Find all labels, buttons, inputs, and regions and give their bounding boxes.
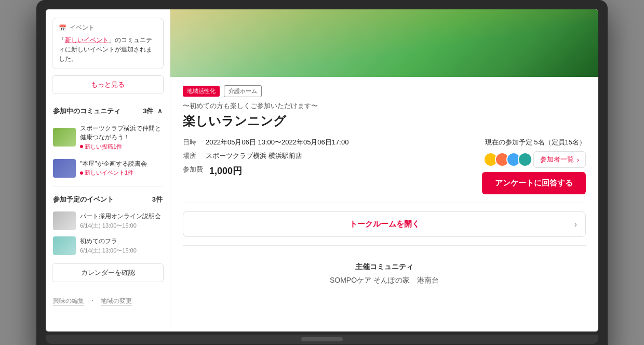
event-item-1[interactable]: パート採用オンライン説明会 6/14(土) 13:00〜15:00	[46, 208, 170, 233]
area-change-link[interactable]: 地域の変更	[101, 297, 132, 306]
fee-line: 参加費 1,000円	[183, 165, 459, 177]
community-item-book[interactable]: "本屋"が企画する読書会 新しいイベント1件	[46, 155, 170, 182]
more-button[interactable]: もっと見る	[52, 75, 164, 94]
talk-room-button[interactable]: トークルームを開く ›	[183, 211, 586, 237]
events-section-header: 参加予定のイベント 3件	[46, 191, 170, 208]
main-content: 地域活性化 介護ホーム 〜初めての方も楽しくご参加いただけます〜 楽しいランニン…	[170, 9, 598, 331]
event-subtitle: 〜初めての方も楽しくご参加いただけます〜	[183, 101, 586, 111]
community-thumb-sports	[53, 128, 76, 147]
event-info-1: パート採用オンライン説明会 6/14(土) 13:00〜15:00	[80, 212, 163, 230]
sidebar: 📅 イベント 「新しいイベント」のコミュニティに新しいイベントが追加されました。…	[46, 9, 170, 331]
participant-list-button[interactable]: 参加者一覧 ›	[533, 151, 586, 168]
participant-list-label: 参加者一覧	[540, 155, 574, 164]
host-name: SOMPOケア そんぽの家 港南台	[195, 276, 573, 285]
location-line: 場所 スポーツクラブ横浜 横浜駅前店	[183, 151, 459, 161]
chevron-right-icon: ›	[577, 156, 579, 164]
avatars-row	[484, 152, 529, 167]
info-row: 日時 2022年05月06日 13:00〜2022年05月06日17:00 場所…	[183, 138, 586, 194]
notification-box: 📅 イベント 「新しいイベント」のコミュニティに新しいイベントが追加されました。	[52, 18, 164, 69]
notification-store-link[interactable]: 新しいイベント	[65, 36, 109, 44]
category-tag: 地域活性化	[183, 86, 220, 97]
tag-row: 地域活性化 介護ホーム	[183, 85, 586, 97]
fee-label: 参加費	[183, 165, 203, 177]
events-count: 3件	[152, 195, 163, 204]
divider-3	[183, 245, 586, 246]
notification-text: 「新しいイベント」のコミュニティに新しいイベントが追加されました。	[59, 35, 157, 63]
divider-2	[183, 203, 586, 203]
interest-edit-link[interactable]: 興味の編集	[53, 297, 84, 306]
avatar-4	[518, 152, 532, 167]
event-name-2: 初めてのフラ	[80, 237, 163, 246]
notification-header: 📅 イベント	[59, 23, 157, 32]
event-title: 楽しいランニング	[183, 113, 586, 129]
communities-count: 3件 ∧	[143, 107, 163, 116]
community-item-sports[interactable]: スポーツクラブ横浜で仲間と健康つながろう！ 新しい投稿1件	[46, 120, 170, 155]
community-info-book: "本屋"が企画する読書会 新しいイベント1件	[80, 160, 163, 177]
subcategory-tag: 介護ホーム	[224, 85, 262, 97]
events-label: 参加予定のイベント	[53, 195, 114, 204]
community-badge-sports: 新しい投稿1件	[80, 143, 163, 151]
arrow-right-icon: ›	[574, 220, 577, 229]
red-dot-icon-2	[80, 171, 83, 175]
survey-button[interactable]: アンケートに回答する	[482, 172, 586, 194]
date-value: 2022年05月06日 13:00〜2022年05月06日17:00	[206, 138, 348, 147]
calendar-icon: 📅	[59, 24, 66, 32]
community-info-sports: スポーツクラブ横浜で仲間と健康つながろう！ 新しい投稿1件	[80, 124, 163, 151]
event-thumb-2	[53, 236, 76, 255]
notification-label: イベント	[70, 23, 95, 32]
location-value: スポーツクラブ横浜 横浜駅前店	[206, 151, 302, 161]
event-item-2[interactable]: 初めてのフラ 6/14(土) 13:00〜15:00	[46, 233, 170, 258]
community-thumb-book	[53, 159, 76, 178]
date-line: 日時 2022年05月06日 13:00〜2022年05月06日17:00	[183, 138, 459, 147]
chevron-icon: ∧	[157, 107, 163, 115]
calendar-button[interactable]: カレンダーを確認	[52, 263, 164, 282]
event-date-2: 6/14(土) 13:00〜15:00	[80, 247, 163, 255]
info-right: 現在の参加予定 5名（定員15名） 参加者一覧	[472, 138, 586, 194]
footer-separator: ・	[89, 297, 96, 306]
hero-image	[170, 9, 598, 77]
divider-1	[53, 186, 163, 187]
participants-status: 現在の参加予定 5名（定員15名）	[485, 138, 586, 147]
event-info-2: 初めてのフラ 6/14(土) 13:00〜15:00	[80, 237, 163, 255]
location-label: 場所	[183, 151, 199, 161]
sidebar-footer: 興味の編集 ・ 地域の変更	[46, 290, 170, 312]
community-badge-book: 新しいイベント1件	[80, 169, 163, 177]
communities-section-header: 参加中のコミュニティ 3件 ∧	[46, 102, 170, 120]
date-label: 日時	[183, 138, 199, 147]
host-section: 主催コミュニティ SOMPOケア そんぽの家 港南台	[183, 254, 586, 294]
talk-room-label: トークルームを開く	[350, 219, 420, 229]
event-date-1: 6/14(土) 13:00〜15:00	[80, 222, 163, 230]
event-name-1: パート採用オンライン説明会	[80, 212, 163, 221]
communities-label: 参加中のコミュニティ	[53, 107, 120, 116]
host-title: 主催コミュニティ	[195, 262, 573, 272]
info-left: 日時 2022年05月06日 13:00〜2022年05月06日17:00 場所…	[183, 138, 459, 194]
community-name-sports: スポーツクラブ横浜で仲間と健康つながろう！	[80, 124, 163, 142]
participant-btn-row: 参加者一覧 ›	[484, 151, 586, 168]
event-thumb-1	[53, 211, 76, 230]
community-name-book: "本屋"が企画する読書会	[80, 160, 163, 168]
fee-value: 1,000円	[209, 165, 242, 177]
red-dot-icon	[80, 145, 83, 148]
event-detail: 地域活性化 介護ホーム 〜初めての方も楽しくご参加いただけます〜 楽しいランニン…	[170, 77, 598, 302]
